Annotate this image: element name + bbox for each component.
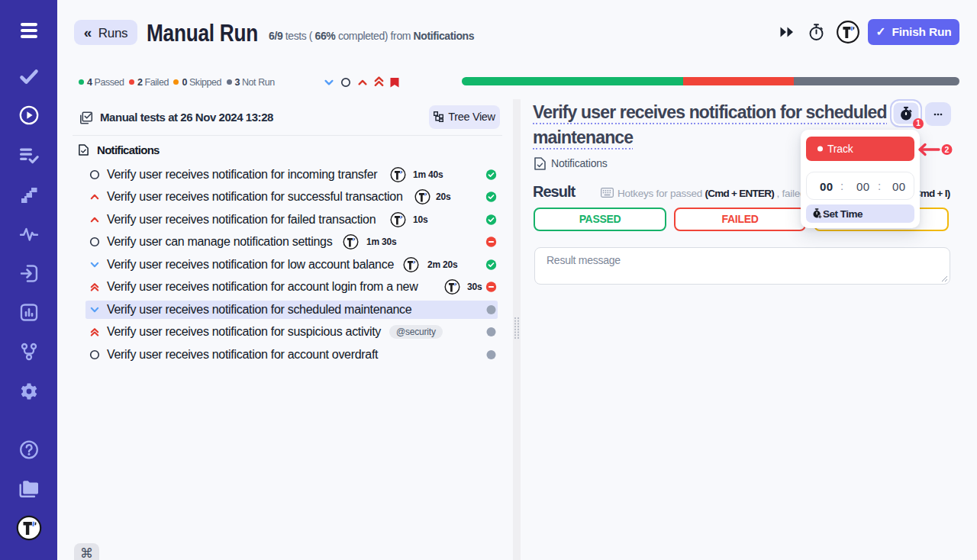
svg-text:2: 2 [945, 145, 950, 154]
